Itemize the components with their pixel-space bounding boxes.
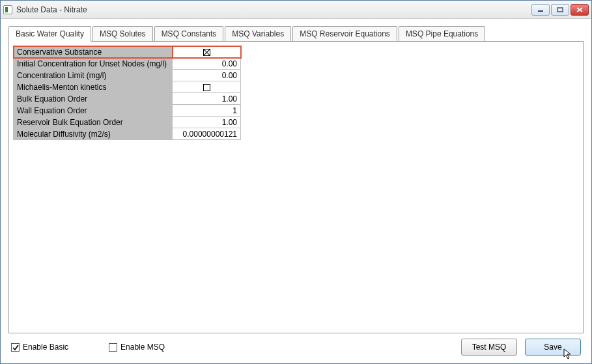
tab-panel: Conservative Substance Initial Concentra…	[8, 41, 584, 333]
window-title: Solute Data - Nitrate	[16, 5, 531, 14]
tab-strip: Basic Water Quality MSQ Solutes MSQ Cons…	[8, 25, 584, 41]
property-value-checkbox[interactable]	[173, 81, 241, 93]
checkbox-icon	[203, 49, 210, 56]
property-label: Reservoir Bulk Equation Order	[14, 117, 173, 128]
property-value[interactable]: 1.00	[173, 117, 241, 128]
property-label: Molecular Diffusivity (m2/s)	[14, 128, 173, 140]
property-row[interactable]: Concentration Limit (mg/l) 0.00	[14, 70, 241, 81]
enable-msq-checkbox[interactable]: Enable MSQ	[109, 343, 165, 352]
checkbox-icon	[11, 343, 20, 352]
svg-rect-1	[557, 8, 563, 12]
tab-msq-solutes[interactable]: MSQ Solutes	[92, 26, 153, 41]
tab-msq-pipe-equations[interactable]: MSQ Pipe Equations	[399, 26, 485, 41]
minimize-button[interactable]	[531, 4, 550, 16]
app-icon	[3, 5, 12, 14]
checkbox-label: Enable Basic	[23, 343, 68, 352]
tab-msq-constants[interactable]: MSQ Constants	[154, 26, 224, 41]
titlebar: Solute Data - Nitrate	[1, 1, 591, 19]
tab-msq-variables[interactable]: MSQ Variables	[225, 26, 291, 41]
client-area: Basic Water Quality MSQ Solutes MSQ Cons…	[1, 19, 591, 363]
property-grid: Conservative Substance Initial Concentra…	[13, 46, 241, 140]
checkbox-icon	[203, 84, 210, 91]
window-controls	[531, 4, 589, 16]
property-value[interactable]: 0.00000000121	[173, 128, 241, 140]
property-label: Bulk Equation Order	[14, 93, 173, 105]
property-value[interactable]: 0.00	[173, 70, 241, 81]
property-value[interactable]: 1.00	[173, 93, 241, 105]
enable-basic-checkbox[interactable]: Enable Basic	[11, 343, 68, 352]
tab-msq-reservoir-equations[interactable]: MSQ Reservoir Equations	[292, 26, 397, 41]
property-row[interactable]: Reservoir Bulk Equation Order 1.00	[14, 117, 241, 128]
tab-basic-water-quality[interactable]: Basic Water Quality	[8, 26, 91, 42]
property-row[interactable]: Conservative Substance	[14, 46, 241, 58]
property-row[interactable]: Michaelis-Menton kinetics	[14, 81, 241, 93]
property-label: Initial Concentration for Unset Nodes (m…	[14, 58, 173, 70]
checkbox-icon	[109, 343, 117, 352]
bottom-bar: Enable Basic Enable MSQ Test MSQ Save	[8, 333, 584, 357]
property-row[interactable]: Bulk Equation Order 1.00	[14, 93, 241, 105]
property-value[interactable]: 0.00	[173, 58, 241, 70]
property-row[interactable]: Wall Equation Order 1	[14, 105, 241, 117]
property-label: Wall Equation Order	[14, 105, 173, 117]
property-label: Conservative Substance	[14, 46, 173, 58]
property-label: Michaelis-Menton kinetics	[14, 81, 173, 93]
property-value-checkbox[interactable]	[173, 46, 241, 58]
checkbox-label: Enable MSQ	[120, 343, 165, 352]
property-label: Concentration Limit (mg/l)	[14, 70, 173, 81]
close-button[interactable]	[571, 4, 589, 16]
test-msq-button[interactable]: Test MSQ	[461, 339, 517, 356]
property-value[interactable]: 1	[173, 105, 241, 117]
property-row[interactable]: Molecular Diffusivity (m2/s) 0.000000001…	[14, 128, 241, 140]
property-row[interactable]: Initial Concentration for Unset Nodes (m…	[14, 58, 241, 70]
save-button[interactable]: Save	[525, 339, 581, 356]
maximize-button[interactable]	[551, 4, 569, 16]
